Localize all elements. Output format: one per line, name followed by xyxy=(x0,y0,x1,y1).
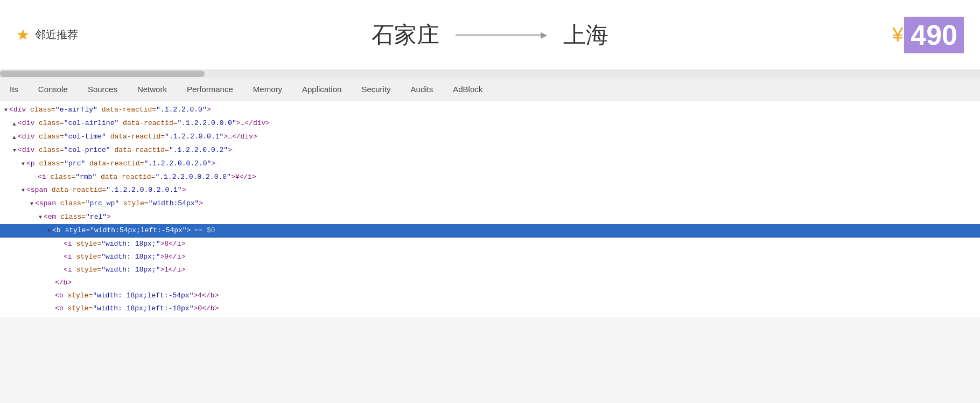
tab-its[interactable]: Its xyxy=(0,78,29,101)
tab-memory[interactable]: Memory xyxy=(243,78,292,101)
tab-application[interactable]: Application xyxy=(292,78,352,101)
code-attr: class= xyxy=(39,144,64,156)
code-b-end: > xyxy=(187,225,191,237)
triangle-icon: ▼ xyxy=(39,212,42,224)
devtools-tabs: Its Console Sources Network Performance … xyxy=(0,78,980,101)
code-line-1[interactable]: ▼ <div class="e-airfly" data-reactid=".1… xyxy=(0,103,980,117)
code-line-6[interactable]: <i class="rmb" data-reactid=".1.2.2.0.0.… xyxy=(0,171,980,184)
code-attr: style= xyxy=(76,251,101,263)
code-attr: style= xyxy=(67,290,93,302)
tab-adblock[interactable]: AdBlock xyxy=(443,78,493,101)
code-tag-close: > xyxy=(107,211,111,223)
code-b-attr-value: "width:54px;left:-54px" xyxy=(90,225,186,237)
code-tag: <i xyxy=(64,251,76,263)
code-line-10-highlighted[interactable]: ▼ <b style="width:54px;left:-54px">== $0 xyxy=(0,224,980,238)
code-tag-close: >…</div> xyxy=(223,131,257,143)
code-attr-value2: ".1.2.2.0.0.0" xyxy=(178,117,236,129)
code-line-13[interactable]: <i style="width: 18px;">1</i> xyxy=(0,263,980,276)
code-attr2: data-reactid= xyxy=(96,171,155,183)
tab-performance[interactable]: Performance xyxy=(177,78,243,101)
flight-info-bar: ★ 邻近推荐 石家庄 上海 ¥ 490 xyxy=(0,0,980,70)
code-tag: <b xyxy=(55,290,67,302)
code-attr2: data-reactid= xyxy=(85,158,144,170)
code-attr-value: "rel" xyxy=(86,211,107,223)
code-attr-value: "prc" xyxy=(64,158,85,170)
code-attr-value: "col-time" xyxy=(64,131,106,143)
nearby-label: 邻近推荐 xyxy=(35,27,78,42)
code-attr2: data-reactid= xyxy=(118,117,177,129)
code-panel: ▼ <div class="e-airfly" data-reactid=".1… xyxy=(0,101,980,317)
code-line-14[interactable]: </b> xyxy=(0,276,980,289)
code-attr-value: "rmb" xyxy=(75,171,96,183)
code-attr-value: "width: 18px;left:-18px" xyxy=(93,303,193,315)
triangle-icon: ▼ xyxy=(22,185,25,197)
code-attr-value: "prc_wp" xyxy=(86,198,119,210)
code-tag: <b xyxy=(55,303,67,315)
code-tag: <i xyxy=(64,264,76,276)
code-attr: data-reactid= xyxy=(52,184,106,196)
triangle-icon: ▶ xyxy=(9,136,20,139)
code-attr-value2: ".1.2.2.0.0.2" xyxy=(169,144,228,156)
code-line-15[interactable]: <b style="width: 18px;left:-54px">4</b> xyxy=(0,289,980,302)
code-attr2: data-reactid= xyxy=(106,131,165,143)
code-attr: class= xyxy=(50,171,75,183)
tab-security[interactable]: Security xyxy=(352,78,401,101)
price-symbol: ¥ xyxy=(892,24,903,46)
code-tag-close: >9</i> xyxy=(160,251,185,263)
code-attr-value2: "width:54px" xyxy=(149,198,199,210)
code-tag-close: > xyxy=(211,158,215,170)
code-attr: style= xyxy=(67,303,93,315)
city-from: 石家庄 xyxy=(372,20,439,50)
code-line-12[interactable]: <i style="width: 18px;">9</i> xyxy=(0,251,980,263)
code-attr: class= xyxy=(39,117,64,129)
triangle-icon: ▼ xyxy=(4,105,8,116)
code-tag-close: >1</i> xyxy=(160,264,185,276)
code-line-3[interactable]: ▶ <div class="col-time" data-reactid=".1… xyxy=(0,130,980,144)
tab-audits[interactable]: Audits xyxy=(401,78,444,101)
code-tag-close: > xyxy=(199,198,203,210)
code-tag-close: > xyxy=(228,144,232,156)
code-tag: <i xyxy=(38,171,50,183)
code-attr: style= xyxy=(76,238,101,250)
code-tag: <em xyxy=(44,211,60,223)
code-b-tag: <b style= xyxy=(52,225,90,237)
code-attr2: data-reactid= xyxy=(97,104,156,116)
code-tag: <div xyxy=(9,104,30,116)
code-line-7[interactable]: ▼ <span data-reactid=".1.2.2.0.0.2.0.1"> xyxy=(0,184,980,197)
route-area: 石家庄 上海 xyxy=(372,20,608,50)
tab-network[interactable]: Network xyxy=(128,78,177,101)
code-tag-close: > xyxy=(182,184,186,196)
code-tag: <div xyxy=(18,131,39,143)
code-attr-value2: ".1.2.2.0.0.1" xyxy=(165,131,223,143)
triangle-icon: ▼ xyxy=(22,158,25,170)
code-attr: class= xyxy=(39,131,64,143)
triangle-icon: ▶ xyxy=(9,122,20,126)
code-attr2: data-reactid= xyxy=(110,144,169,156)
code-tag: <span xyxy=(26,184,52,196)
code-attr-value: "width: 18px;" xyxy=(101,264,160,276)
code-attr-value: "e-airfly" xyxy=(55,104,97,116)
triangle-icon: ▼ xyxy=(30,198,33,210)
code-line-16[interactable]: <b style="width: 18px;left:-18px">0</b> xyxy=(0,302,980,315)
code-line-2[interactable]: ▶ <div class="col-airline" data-reactid=… xyxy=(0,117,980,130)
scrollbar-area[interactable] xyxy=(0,70,980,78)
code-line-5[interactable]: ▼ <p class="prc" data-reactid=".1.2.2.0.… xyxy=(0,157,980,171)
code-line-11[interactable]: <i style="width: 18px;">8</i> xyxy=(0,238,980,251)
code-attr: class= xyxy=(60,198,86,210)
code-line-4[interactable]: ▼ <div class="col-price" data-reactid=".… xyxy=(0,144,980,157)
code-attr-value2: ".1.2.2.0.0" xyxy=(156,104,207,116)
code-attr-value: "width: 18px;" xyxy=(101,251,160,263)
triangle-icon: ▼ xyxy=(47,225,51,237)
code-attr-value: ".1.2.2.0.0.2.0.1" xyxy=(106,184,181,196)
tab-console[interactable]: Console xyxy=(29,78,78,101)
code-tag-close: > xyxy=(207,104,211,116)
code-attr: class= xyxy=(60,211,86,223)
code-line-9[interactable]: ▼ <em class="rel"> xyxy=(0,211,980,224)
tab-sources[interactable]: Sources xyxy=(78,78,128,101)
city-to: 上海 xyxy=(563,20,608,50)
code-attr2: style= xyxy=(119,198,149,210)
code-tag-close: >4</b> xyxy=(193,290,219,302)
price-area: ¥ 490 xyxy=(892,17,964,53)
code-line-8[interactable]: ▼ <span class="prc_wp" style="width:54px… xyxy=(0,197,980,211)
scrollbar-thumb[interactable] xyxy=(0,71,205,77)
